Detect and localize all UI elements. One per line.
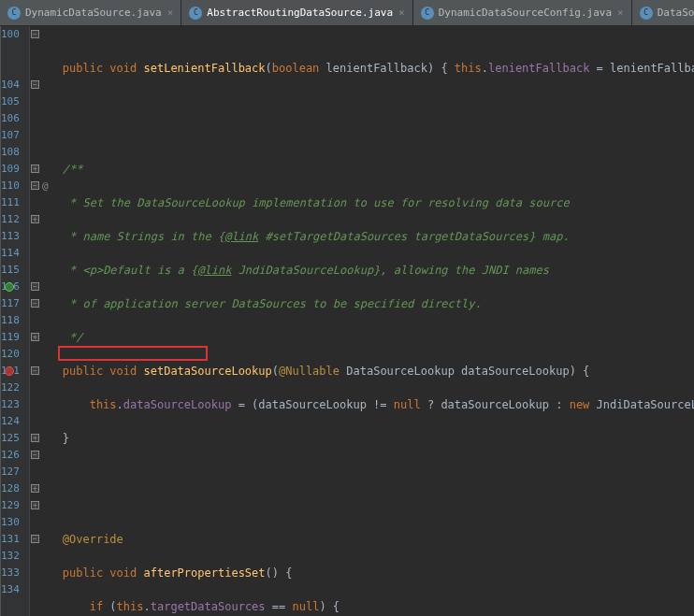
code-area[interactable]: public void setLenientFallback(boolean l… <box>30 26 694 616</box>
line-number: 128 <box>1 480 20 497</box>
line-number: 130 <box>1 514 20 531</box>
editor: 100 104 105 106 107 108 109 @110 111 112… <box>0 26 694 616</box>
tab-bar: C DynamicDataSource.java × C AbstractRou… <box>0 0 694 26</box>
line-number: 131 <box>1 531 20 548</box>
tab-label: DynamicDataSourceConfig.java <box>439 7 612 19</box>
line-number: 125 <box>1 430 20 447</box>
line-number: 127 <box>1 464 20 480</box>
line-number: 111 <box>1 194 20 211</box>
line-number: 114 <box>1 245 20 262</box>
line-number: 113 <box>1 228 20 245</box>
tab-label: AbstractRoutingDataSource.java <box>207 7 393 19</box>
line-number: 115 <box>1 262 20 279</box>
line-number: 117 <box>1 295 20 312</box>
line-number: 132 <box>1 548 20 565</box>
override-icon[interactable] <box>5 282 14 292</box>
line-number: 109 <box>1 161 20 178</box>
line-number: 107 <box>1 127 20 144</box>
line-number: 122 <box>1 380 20 396</box>
line-number: 123 <box>1 396 20 413</box>
tab-config[interactable]: C DynamicDataSourceConfig.java × <box>413 0 632 25</box>
line-number: 112 <box>1 211 20 228</box>
tab-abstractrouting[interactable]: C AbstractRoutingDataSource.java × <box>181 0 412 25</box>
gutter: 100 104 105 106 107 108 109 @110 111 112… <box>1 26 29 616</box>
line-number: 116 <box>1 279 20 295</box>
line-number: 104 <box>1 77 20 93</box>
line-number: 124 <box>1 413 20 430</box>
line-number: 121 <box>1 363 20 380</box>
line-number: 100 <box>1 26 20 43</box>
line-number: @110 <box>1 178 20 194</box>
tab-label: DynamicDataSource.java <box>25 7 162 19</box>
close-icon[interactable]: × <box>617 7 624 19</box>
line-number: 118 <box>1 312 20 329</box>
line-number: 106 <box>1 110 20 127</box>
line-number: 133 <box>1 565 20 581</box>
line-number: 119 <box>1 329 20 346</box>
breakpoint-icon[interactable] <box>5 366 14 376</box>
class-icon: C <box>7 7 21 20</box>
tab-label: DataSo <box>658 7 694 19</box>
close-icon[interactable]: × <box>398 7 405 19</box>
line-number: 134 <box>1 581 20 598</box>
line-number: 108 <box>1 144 20 161</box>
tab-dynamicdatasource[interactable]: C DynamicDataSource.java × <box>0 0 181 25</box>
highlight-box <box>58 346 208 361</box>
class-icon: C <box>421 7 434 20</box>
close-icon[interactable]: × <box>167 7 174 19</box>
class-icon: C <box>189 7 202 20</box>
line-number: 129 <box>1 497 20 514</box>
line-number: 120 <box>1 346 20 363</box>
line-number: 105 <box>1 93 20 110</box>
class-icon: C <box>640 7 653 20</box>
line-number: 126 <box>1 447 20 464</box>
tab-dataso[interactable]: C DataSo <box>632 0 694 25</box>
